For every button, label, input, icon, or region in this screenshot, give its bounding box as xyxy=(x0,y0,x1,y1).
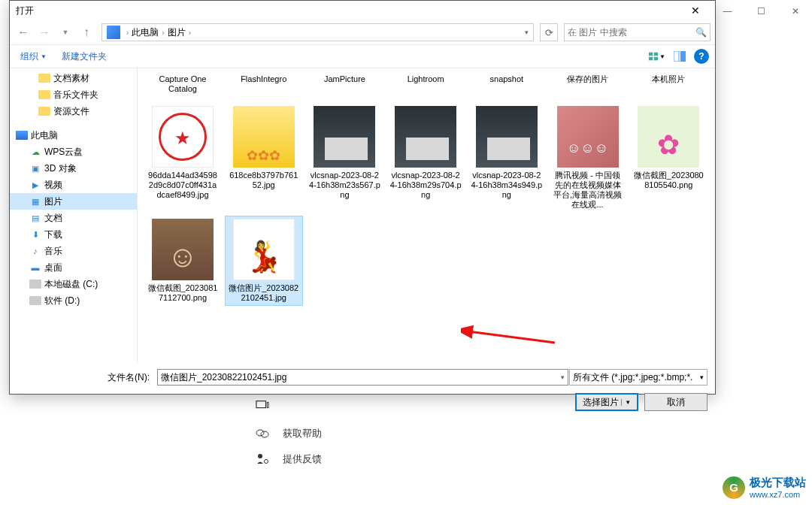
sidebar-item-本地磁盘 (C:)[interactable]: 本地磁盘 (C:) xyxy=(10,276,137,292)
sidebar-item-软件 (D:)[interactable]: 软件 (D:) xyxy=(10,292,137,309)
sidebar-item-视频[interactable]: ▶视频 xyxy=(10,177,137,193)
file-thumbnail xyxy=(557,106,619,168)
sidebar-item-此电脑[interactable]: 此电脑 xyxy=(10,127,137,144)
back-button[interactable]: ← xyxy=(14,23,32,41)
sidebar-item-label: 文档 xyxy=(44,212,62,225)
file-open-dialog: 打开 ✕ ← → ▼ ↑ › 此电脑 › 图片 › ▾ ⟳ 🔍 组织 ▼ 新建文… xyxy=(9,0,716,395)
breadcrumb-folder[interactable]: 图片 xyxy=(168,26,186,39)
sidebar-item-文档素材[interactable]: 文档素材 xyxy=(10,70,137,86)
recent-dropdown[interactable]: ▼ xyxy=(56,23,74,41)
close-icon[interactable]: ✕ xyxy=(680,2,710,20)
svg-point-4 xyxy=(258,454,262,458)
open-button[interactable]: 选择图片 ▼ xyxy=(575,393,638,411)
folder-label: Capture One Catalog xyxy=(147,74,219,94)
file-item[interactable]: vlcsnap-2023-08-24-16h38m34s949.png xyxy=(468,103,546,213)
up-button[interactable]: ↑ xyxy=(77,23,95,41)
folder-item[interactable]: 保存的图片 xyxy=(549,71,627,97)
sidebar: 文档素材音乐文件夹资源文件此电脑☁WPS云盘▣3D 对象▶视频▦图片▤文档⬇下载… xyxy=(10,68,138,363)
sidebar-item-音乐文件夹[interactable]: 音乐文件夹 xyxy=(10,86,137,103)
sidebar-item-3D 对象[interactable]: ▣3D 对象 xyxy=(10,160,137,177)
preview-pane-button[interactable] xyxy=(671,49,688,64)
sidebar-item-label: 3D 对象 xyxy=(44,162,77,175)
file-name: 微信截图_20230817112700.png xyxy=(147,283,219,303)
bg-feedback-label: 提供反馈 xyxy=(283,452,322,466)
breadcrumb[interactable]: › 此电脑 › 图片 › ▾ xyxy=(102,23,534,41)
chevron-right-icon: › xyxy=(123,29,132,37)
file-name: 618ce8b3797b76152.jpg xyxy=(228,171,300,190)
filetype-select[interactable]: 所有文件 (*.jpg;*.jpeg;*.bmp;*. ▾ xyxy=(569,369,707,386)
sidebar-item-文档[interactable]: ▤文档 xyxy=(10,210,137,226)
watermark-logo-icon: G xyxy=(723,476,745,499)
close-button[interactable]: ✕ xyxy=(778,1,812,22)
file-item[interactable]: vlcsnap-2023-08-24-16h38m23s567.png xyxy=(305,103,383,213)
file-name: 腾讯视频 - 中国领先的在线视频媒体平台,海量高清视频在线观... xyxy=(552,171,624,210)
refresh-button[interactable]: ⟳ xyxy=(540,23,558,41)
svg-point-3 xyxy=(261,431,268,437)
file-thumbnail xyxy=(395,106,456,168)
search-icon[interactable]: 🔍 xyxy=(695,27,707,38)
file-item[interactable]: 96dda144ad345982d9c8d07c0ff431adcaef8499… xyxy=(144,103,222,213)
folder-item[interactable]: FlashIntegro xyxy=(225,71,303,97)
filename-label: 文件名(N): xyxy=(17,371,150,384)
file-item[interactable]: 腾讯视频 - 中国领先的在线视频媒体平台,海量高清视频在线观... xyxy=(549,103,627,213)
folder-label: 保存的图片 xyxy=(567,74,608,84)
sidebar-item-WPS云盘[interactable]: ☁WPS云盘 xyxy=(10,144,137,160)
sidebar-item-桌面[interactable]: ▬桌面 xyxy=(10,259,137,276)
forward-button[interactable]: → xyxy=(35,23,53,41)
folder-label: JamPicture xyxy=(324,74,365,84)
sidebar-item-label: 桌面 xyxy=(44,262,62,274)
file-item[interactable]: 微信图片_20230822102451.jpg xyxy=(225,216,303,306)
file-item[interactable]: 微信截图_20230817112700.png xyxy=(144,216,222,306)
chevron-right-icon: › xyxy=(159,29,167,37)
search-box[interactable]: 🔍 xyxy=(564,23,710,41)
breadcrumb-root[interactable]: 此电脑 xyxy=(132,26,159,39)
watermark-url: www.xz7.com xyxy=(750,490,806,499)
search-input[interactable] xyxy=(568,27,695,38)
nav-row: ← → ▼ ↑ › 此电脑 › 图片 › ▾ ⟳ 🔍 xyxy=(10,20,715,44)
bg-help-item[interactable]: 获取帮助 xyxy=(256,427,322,440)
sidebar-item-label: 图片 xyxy=(44,195,62,208)
maximize-button[interactable]: ☐ xyxy=(744,1,778,22)
sidebar-item-下载[interactable]: ⬇下载 xyxy=(10,226,137,243)
watermark-name: 极光下载站 xyxy=(750,476,806,490)
sidebar-item-图片[interactable]: ▦图片 xyxy=(10,193,137,210)
view-mode-button[interactable]: ▼ xyxy=(649,49,665,64)
file-item[interactable]: 618ce8b3797b76152.jpg xyxy=(225,103,303,213)
new-folder-button[interactable]: 新建文件夹 xyxy=(57,49,111,65)
folder-item[interactable]: 本机照片 xyxy=(629,71,707,97)
file-thumbnail xyxy=(152,106,214,168)
svg-rect-8 xyxy=(649,57,653,61)
sidebar-item-label: 软件 (D:) xyxy=(44,295,80,307)
cancel-button[interactable]: 取消 xyxy=(644,393,707,411)
pc-icon xyxy=(107,26,120,39)
folder-item[interactable]: snapshot xyxy=(468,71,546,97)
file-name: vlcsnap-2023-08-24-16h38m29s704.png xyxy=(389,171,462,200)
file-name: 微信图片_20230822102451.jpg xyxy=(228,283,300,303)
dialog-body: 文档素材音乐文件夹资源文件此电脑☁WPS云盘▣3D 对象▶视频▦图片▤文档⬇下载… xyxy=(10,68,715,363)
sidebar-item-label: 文档素材 xyxy=(53,72,89,85)
file-item[interactable]: 微信截图_20230808105540.png xyxy=(629,103,707,213)
breadcrumb-dropdown-icon[interactable]: ▾ xyxy=(522,29,532,36)
folder-item[interactable]: Capture One Catalog xyxy=(144,71,222,97)
help-button[interactable]: ? xyxy=(694,49,709,64)
folder-item[interactable]: JamPicture xyxy=(305,71,383,97)
filename-input[interactable] xyxy=(157,369,568,386)
bg-help-label: 获取帮助 xyxy=(283,427,322,440)
chat-icon xyxy=(256,427,269,440)
file-thumbnail xyxy=(233,106,295,168)
sidebar-item-资源文件[interactable]: 资源文件 xyxy=(10,103,137,119)
bg-feedback-item[interactable]: 提供反馈 xyxy=(256,452,322,466)
svg-point-2 xyxy=(256,430,264,436)
organize-button[interactable]: 组织 ▼ xyxy=(16,49,51,65)
sidebar-item-音乐[interactable]: ♪音乐 xyxy=(10,243,137,259)
toolbar: 组织 ▼ 新建文件夹 ▼ ? xyxy=(10,44,715,68)
sidebar-item-label: 本地磁盘 (C:) xyxy=(44,278,98,291)
sidebar-item-label: 下载 xyxy=(44,228,62,241)
file-name: vlcsnap-2023-08-24-16h38m23s567.png xyxy=(308,171,380,200)
file-item[interactable]: vlcsnap-2023-08-24-16h38m29s704.png xyxy=(386,103,465,213)
folder-label: FlashIntegro xyxy=(241,74,286,84)
dialog-title: 打开 xyxy=(16,5,34,17)
file-area[interactable]: Capture One CatalogFlashIntegroJamPictur… xyxy=(138,68,715,363)
svg-point-5 xyxy=(265,460,268,464)
folder-item[interactable]: Lightroom xyxy=(386,71,465,97)
